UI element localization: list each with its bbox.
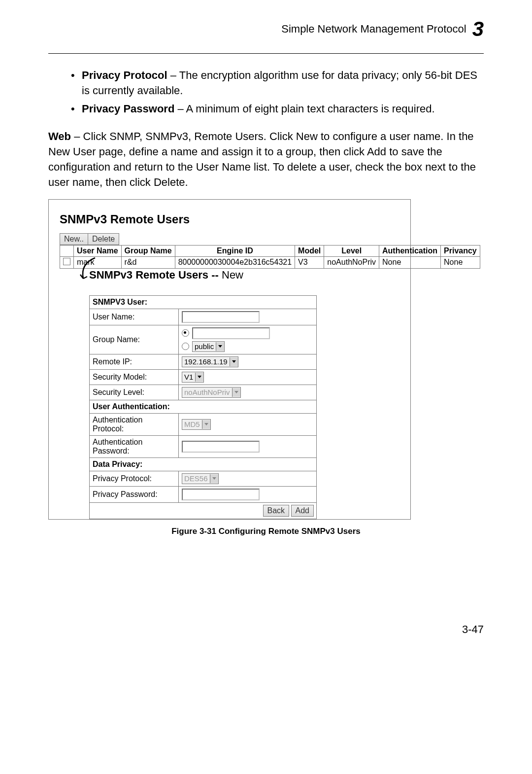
priv-protocol-value: DES56 <box>184 474 208 483</box>
users-table: User Name Group Name Engine ID Model Lev… <box>60 245 480 269</box>
header-title: Simple Network Management Protocol <box>281 23 466 35</box>
header-rule <box>48 53 484 54</box>
col-engineid: Engine ID <box>175 245 295 256</box>
cell-groupname: r&d <box>121 256 175 268</box>
chevron-down-icon <box>202 420 210 429</box>
label-auth-password: Authentication Password: <box>90 435 179 457</box>
cell-auth: None <box>379 256 441 268</box>
auth-protocol-select[interactable]: MD5 <box>182 419 211 430</box>
new-user-form: SNMPV3 User: User Name: Group Name: <box>89 295 317 519</box>
add-button[interactable]: Add <box>291 505 314 517</box>
label-auth-protocol: Authentication Protocol: <box>90 413 179 435</box>
new-button[interactable]: New.. <box>60 233 88 245</box>
remoteip-value: 192.168.1.19 <box>184 357 228 366</box>
cell-username: mark <box>74 256 122 268</box>
col-auth: Authentication <box>379 245 441 256</box>
label-remoteip: Remote IP: <box>90 354 179 369</box>
col-username: User Name <box>74 245 122 256</box>
remote-users-list-panel: SNMPv3 Remote Users New..Delete User Nam… <box>48 199 411 520</box>
chevron-down-icon <box>195 373 203 382</box>
col-checkbox <box>60 245 74 256</box>
bullet-privacy-password: Privacy Password – A minimum of eight pl… <box>71 101 484 116</box>
col-groupname: Group Name <box>121 245 175 256</box>
group-preset-value: public <box>195 342 214 351</box>
delete-button[interactable]: Delete <box>88 233 119 245</box>
cell-engineid: 80000000030004e2b316c54321 <box>175 256 295 268</box>
new-user-panel: SNMPv3 Remote Users -- New SNMPV3 User: … <box>89 269 317 519</box>
group-preset-select[interactable]: public <box>192 341 225 352</box>
table-row: mark r&d 80000000030004e2b316c54321 V3 n… <box>60 256 480 268</box>
cell-model: V3 <box>295 256 324 268</box>
label-priv-protocol: Privacy Protocol: <box>90 471 179 486</box>
label-priv-password: Privacy Password: <box>90 486 179 502</box>
security-model-value: V1 <box>184 373 193 381</box>
lead: Web <box>48 130 71 142</box>
chevron-down-icon <box>232 388 240 397</box>
col-priv: Privancy <box>441 245 480 256</box>
remoteip-select[interactable]: 192.168.1.19 <box>182 356 238 367</box>
cell-level: noAuthNoPriv <box>324 256 379 268</box>
figure-block: SNMPv3 Remote Users New..Delete User Nam… <box>48 199 484 536</box>
priv-protocol-select[interactable]: DES56 <box>182 473 219 484</box>
definition-list: Privacy Protocol – The encryption algori… <box>71 68 484 117</box>
group-custom-input[interactable] <box>192 327 270 339</box>
auth-protocol-value: MD5 <box>184 420 200 428</box>
section-user-auth: User Authentication: <box>90 400 317 413</box>
chevron-down-icon <box>210 474 218 483</box>
priv-password-input[interactable] <box>182 489 260 500</box>
row-checkbox[interactable] <box>63 258 70 265</box>
group-preset-radio[interactable] <box>182 343 189 350</box>
group-custom-radio[interactable] <box>182 329 189 337</box>
page-number: 3-47 <box>48 623 484 636</box>
toolbar: New..Delete <box>60 233 403 245</box>
col-model: Model <box>295 245 324 256</box>
label-security-model: Security Model: <box>90 369 179 385</box>
bullet-privacy-protocol: Privacy Protocol – The encryption algori… <box>71 68 484 98</box>
chapter-number: 3 <box>472 19 484 39</box>
col-level: Level <box>324 245 379 256</box>
desc: – A minimum of eight plain text characte… <box>174 103 434 115</box>
chevron-down-icon <box>230 357 238 366</box>
page-header: Simple Network Management Protocol 3 <box>48 19 484 39</box>
label-groupname: Group Name: <box>90 325 179 354</box>
label-security-level: Security Level: <box>90 385 179 400</box>
chevron-down-icon <box>216 342 224 351</box>
panel-title: SNMPv3 Remote Users <box>60 212 403 226</box>
title-main: SNMPv3 Remote Users -- <box>89 269 219 281</box>
security-model-select[interactable]: V1 <box>182 372 204 383</box>
web-instructions: Web – Click SNMP, SNMPv3, Remote Users. … <box>48 129 484 190</box>
figure-caption: Figure 3-31 Configuring Remote SNMPv3 Us… <box>48 527 484 536</box>
body: – Click SNMP, SNMPv3, Remote Users. Clic… <box>48 130 476 189</box>
form-button-row: Back Add <box>90 502 317 519</box>
back-button[interactable]: Back <box>263 505 290 517</box>
security-level-select[interactable]: noAuthNoPriv <box>182 387 241 398</box>
section-snmpv3-user: SNMPV3 User: <box>90 295 317 309</box>
title-sub: New <box>219 269 243 281</box>
cell-priv: None <box>441 256 480 268</box>
term: Privacy Password <box>82 103 174 115</box>
new-user-title: SNMPv3 Remote Users -- New <box>89 269 317 281</box>
label-username: User Name: <box>90 309 179 325</box>
term: Privacy Protocol <box>82 69 167 81</box>
username-input[interactable] <box>182 311 260 323</box>
security-level-value: noAuthNoPriv <box>184 388 230 396</box>
auth-password-input[interactable] <box>182 441 260 453</box>
section-data-privacy: Data Privacy: <box>90 457 317 471</box>
table-header-row: User Name Group Name Engine ID Model Lev… <box>60 245 480 256</box>
